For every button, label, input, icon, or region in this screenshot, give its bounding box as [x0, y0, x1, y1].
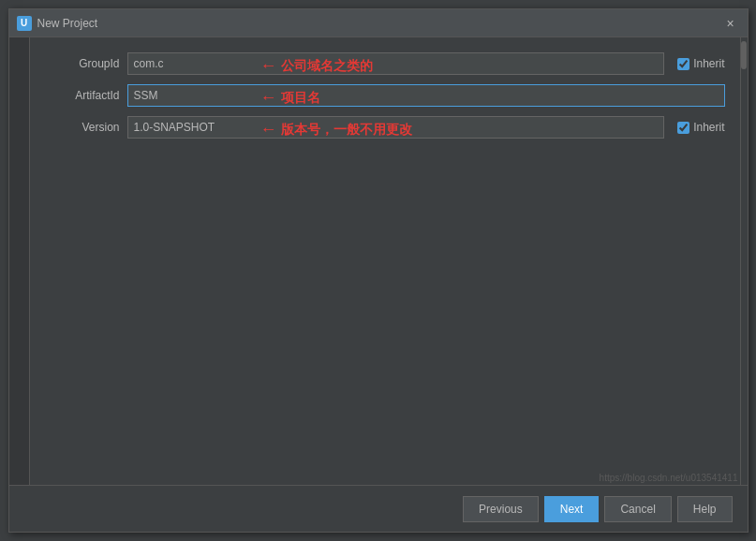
dialog-footer: Previous Next Cancel Help	[9, 485, 748, 532]
main-content: GroupId Inherit ← 公司域名之类的 ArtifactId	[30, 37, 740, 485]
group-id-row: GroupId Inherit ← 公司域名之类的	[45, 52, 725, 75]
version-row: Version Inherit ← 版本号，一般不用更改	[45, 116, 725, 139]
form-area: GroupId Inherit ← 公司域名之类的 ArtifactId	[45, 52, 725, 139]
version-inherit-checkbox[interactable]	[677, 122, 689, 134]
new-project-dialog: U New Project × GroupId Inherit	[8, 8, 749, 533]
artifact-id-row: ArtifactId ← 项目名	[45, 84, 725, 107]
previous-button[interactable]: Previous	[463, 496, 539, 522]
artifact-id-label: ArtifactId	[45, 89, 120, 102]
title-bar-left: U New Project	[17, 16, 98, 31]
empty-area	[45, 139, 725, 485]
left-sidebar	[9, 37, 30, 485]
cancel-button[interactable]: Cancel	[604, 496, 671, 522]
group-id-inherit-label: Inherit	[693, 57, 724, 70]
version-input[interactable]	[127, 116, 665, 139]
title-bar: U New Project ×	[9, 9, 748, 37]
version-inherit-label: Inherit	[693, 121, 724, 134]
version-label: Version	[45, 121, 120, 134]
watermark: https://blog.csdn.net/u013541411	[600, 473, 738, 483]
group-id-inherit: Inherit	[677, 57, 724, 70]
scrollbar-thumb	[741, 41, 747, 69]
artifact-id-input[interactable]	[127, 84, 725, 107]
right-scrollbar[interactable]	[740, 37, 748, 485]
help-button[interactable]: Help	[677, 496, 733, 522]
next-button[interactable]: Next	[544, 496, 600, 522]
group-id-input[interactable]	[127, 52, 665, 75]
group-id-inherit-checkbox[interactable]	[677, 58, 689, 70]
dialog-title: New Project	[37, 17, 98, 30]
group-id-label: GroupId	[45, 57, 120, 70]
version-inherit: Inherit	[677, 121, 724, 134]
dialog-icon: U	[17, 16, 32, 31]
close-button[interactable]: ×	[721, 14, 740, 33]
dialog-body: GroupId Inherit ← 公司域名之类的 ArtifactId	[9, 37, 748, 485]
